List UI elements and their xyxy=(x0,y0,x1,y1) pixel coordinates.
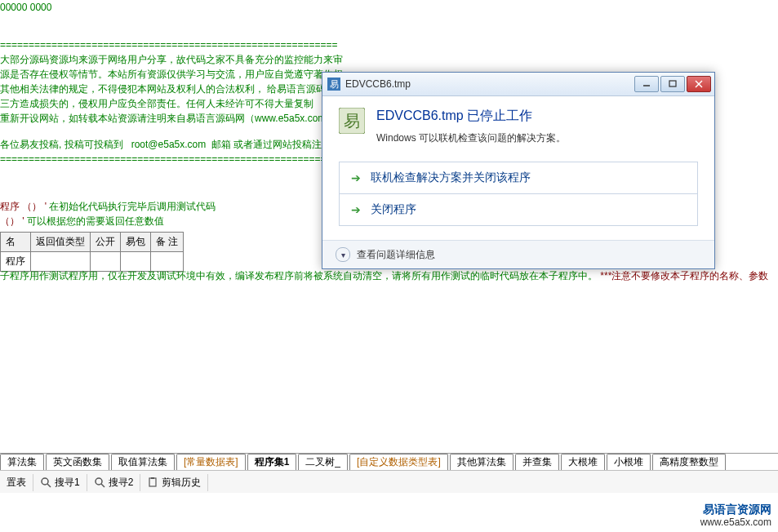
svg-rect-4 xyxy=(149,478,156,486)
svg-text:易: 易 xyxy=(330,79,339,89)
table-header: 易包 xyxy=(121,233,151,252)
details-label: 查看问题详细信息 xyxy=(357,248,435,262)
terms-comment-block: ========================================… xyxy=(0,38,343,166)
arrow-icon: ➔ xyxy=(351,171,361,184)
app-small-icon: 易 xyxy=(327,78,340,91)
svg-point-2 xyxy=(96,478,102,485)
svg-rect-5 xyxy=(151,477,154,479)
comment-line: 重新开设网站，如转载本站资源请注明来自易语言源码网（www.e5a5x.com） xyxy=(0,111,343,126)
tab-algorithm-set[interactable]: 算法集 xyxy=(0,454,44,470)
maximize-icon xyxy=(669,80,677,88)
search-icon xyxy=(40,477,51,488)
comment-line: 源是否存在侵权等情节。本站所有资源仅供学习与交流，用户应自觉遵守著作权 xyxy=(0,67,343,82)
table-cell[interactable] xyxy=(31,252,91,272)
tab-program-set-1[interactable]: 程序集1 xyxy=(247,454,297,470)
status-toolbar: 置表 搜寻1 搜寻2 剪辑历史 xyxy=(0,470,778,494)
note-text: 子程序用作测试程序用，仅在开发及调试环境中有效，编译发布程序前将被系统自动清空，… xyxy=(0,270,600,282)
dialog-body: 易 EDVCCB6.tmp 已停止工作 Windows 可以联机检查该问题的解决… xyxy=(322,96,714,240)
chevron-down-icon: ▾ xyxy=(336,247,350,262)
dialog-options: ➔ 联机检查解决方案并关闭该程序 ➔ 关闭程序 xyxy=(339,162,698,226)
svg-point-0 xyxy=(42,478,48,485)
warning-comment: 子程序用作测试程序用，仅在开发及调试环境中有效，编译发布程序前将被系统自动清空，… xyxy=(0,269,768,283)
close-icon xyxy=(695,80,703,88)
tab-other-algorithms[interactable]: 其他算法集 xyxy=(450,454,513,470)
arrow-icon: ➔ xyxy=(351,203,361,216)
toolbar-search-2[interactable]: 搜寻2 xyxy=(87,474,141,491)
comment-line: 三方造成损失的，侵权用户应负全部责任。任何人未经许可不得大量复制 xyxy=(0,96,343,111)
svg-text:易: 易 xyxy=(344,112,360,130)
blank-area: 易语言资源网 www.e5a5x.com xyxy=(0,493,778,532)
toolbar-label: 置表 xyxy=(7,476,26,490)
code-lines: 程序 （） ' 在初始化代码执行完毕后调用测试代码 （） ' 可以根据您的需要返… xyxy=(0,199,216,228)
tab-max-heap[interactable]: 大根堆 xyxy=(561,454,605,470)
dialog-header: 易 EDVCCB6.tmp 已停止工作 Windows 可以联机检查该问题的解决… xyxy=(339,108,698,145)
comment-line: 大部分源码资源均来源于网络用户分享，故代码之家不具备充分的监控能力来审 xyxy=(0,52,343,67)
comment-line: 各位易友投稿, 投稿可投稿到 root@e5a5x.com 邮箱 或者通过网站投… xyxy=(0,137,343,152)
table-cell[interactable] xyxy=(91,252,121,272)
window-buttons xyxy=(633,76,711,92)
crash-dialog: 易 EDVCCB6.tmp 易 EDVCCB6.tmp 已停止工作 Window… xyxy=(322,72,715,269)
table-cell-name[interactable]: 程序 xyxy=(1,252,31,272)
minimize-icon xyxy=(642,80,651,88)
module-tabs-bar: 算法集 英文函数集 取值算法集 [常量数据表] 程序集1 二叉树_ [自定义数据… xyxy=(0,453,778,470)
toolbar-label: 剪辑历史 xyxy=(162,476,201,490)
table-row[interactable]: 程序 xyxy=(1,252,184,272)
watermark: 易语言资源网 www.e5a5x.com xyxy=(700,503,771,529)
watermark-url: www.e5a5x.com xyxy=(700,516,771,529)
separator-line: ========================================… xyxy=(0,152,343,166)
code-comment: 可以根据您的需要返回任意数值 xyxy=(27,215,164,227)
comment-line: 其他相关法律的规定，不得侵犯本网站及权利人的合法权利， 给易语言源码 xyxy=(0,82,343,96)
option-label: 联机检查解决方案并关闭该程序 xyxy=(371,171,531,185)
watermark-name: 易语言资源网 xyxy=(700,503,771,516)
table-cell[interactable] xyxy=(121,252,151,272)
toolbar-label: 搜寻2 xyxy=(109,476,134,490)
toolbar-search-1[interactable]: 搜寻1 xyxy=(33,474,87,491)
tab-binary-tree[interactable]: 二叉树_ xyxy=(298,454,348,470)
minimize-button[interactable] xyxy=(634,76,659,92)
dialog-subtext: Windows 可以联机检查该问题的解决方案。 xyxy=(376,131,566,145)
svg-line-3 xyxy=(101,484,104,487)
dialog-details-toggle[interactable]: ▾ 查看问题详细信息 xyxy=(322,240,714,268)
app-icon: 易 xyxy=(339,108,365,134)
note-warning: ***注意不要修改本子程序的名称、参数 xyxy=(600,270,768,282)
table-header: 返回值类型 xyxy=(31,233,91,252)
table-cell[interactable] xyxy=(151,252,184,272)
dialog-titlebar[interactable]: 易 EDVCCB6.tmp xyxy=(322,73,714,96)
table-header: 名 xyxy=(1,233,31,252)
toolbar-label: 搜寻1 xyxy=(55,476,80,490)
clipboard-icon xyxy=(147,477,158,488)
toolbar-clip-history[interactable]: 剪辑历史 xyxy=(140,474,208,491)
tab-constant-table[interactable]: [常量数据表] xyxy=(176,454,246,470)
code-call: （） ' xyxy=(0,215,27,227)
option-check-online[interactable]: ➔ 联机检查解决方案并关闭该程序 xyxy=(339,162,698,194)
close-button[interactable] xyxy=(687,76,711,92)
tab-bignum[interactable]: 高精度整数型 xyxy=(652,454,726,470)
dialog-heading: EDVCCB6.tmp 已停止工作 xyxy=(376,108,566,125)
option-label: 关闭程序 xyxy=(371,202,416,217)
dialog-title: EDVCCB6.tmp xyxy=(345,78,633,90)
tab-union-find[interactable]: 并查集 xyxy=(515,454,559,470)
code-call: 程序 （） ' xyxy=(0,201,49,212)
search-icon xyxy=(94,477,105,488)
toolbar-set-table[interactable]: 置表 xyxy=(0,474,33,491)
hex-address: 00000 0000 xyxy=(0,0,51,15)
table-header: 公开 xyxy=(91,233,121,252)
tab-value-algorithms[interactable]: 取值算法集 xyxy=(111,454,175,470)
svg-line-1 xyxy=(47,484,51,487)
svg-rect-9 xyxy=(669,81,676,86)
tab-custom-types[interactable]: [自定义数据类型表] xyxy=(349,454,448,470)
table-header: 备 注 xyxy=(151,233,184,252)
maximize-button[interactable] xyxy=(660,76,685,92)
tab-english-functions[interactable]: 英文函数集 xyxy=(46,454,109,470)
subroutine-table: 名 返回值类型 公开 易包 备 注 程序 xyxy=(0,232,184,272)
code-comment: 在初始化代码执行完毕后调用测试代码 xyxy=(49,201,216,212)
separator-line: ========================================… xyxy=(0,38,343,52)
tab-min-heap[interactable]: 小根堆 xyxy=(607,454,651,470)
option-close-program[interactable]: ➔ 关闭程序 xyxy=(339,193,698,226)
